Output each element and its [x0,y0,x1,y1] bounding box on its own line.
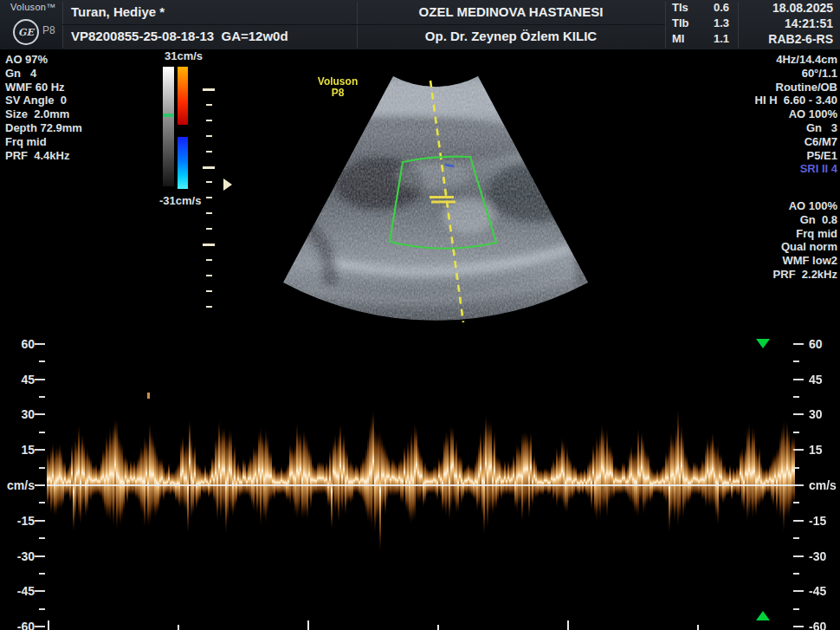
axis-minor-tick [39,360,45,362]
axis-minor-tick [793,573,799,575]
axis-minor-tick [793,396,799,398]
depth-ruler-tick [203,88,215,91]
depth-ruler-tick [206,259,212,261]
image-watermark: Voluson P8 [313,76,362,99]
depth-ruler-tick [206,104,212,106]
axis-tick-label: -60 [0,620,35,630]
axis-tick [793,555,804,557]
axis-tick [35,520,45,522]
axis-minor-tick [39,608,45,610]
depth-ruler-tick [206,212,212,214]
axis-tick-label: -60 [809,620,826,630]
axis-minor-tick [793,537,799,539]
axis-tick [35,590,45,592]
axis-tick [35,484,45,486]
axis-tick-label: 60 [809,337,823,351]
axis-tick [793,484,804,486]
axis-tick [35,379,45,380]
axis-tick [793,449,804,451]
axis-minor-tick [793,608,799,610]
axis-minor-tick [39,573,45,575]
depth-ruler-tick [206,120,212,121]
axis-tick-label: 15 [0,443,35,457]
axis-tick [793,379,804,380]
time-tick [437,625,439,630]
axis-minor-tick [39,502,45,503]
axis-tick-label: -15 [0,514,35,528]
axis-tick [793,413,804,415]
axis-minor-tick [39,537,45,539]
axis-tick [793,590,804,592]
axis-tick [35,449,45,451]
time-tick [307,620,309,630]
spectral-doppler-display[interactable] [47,338,795,630]
axis-tick-label: -30 [809,549,826,563]
time-tick [48,620,49,630]
axis-minor-tick [793,502,799,503]
depth-ruler-tick [203,166,215,169]
axis-tick [35,343,45,345]
axis-tick-label: cm/s [0,478,35,492]
axis-tick-label: cm/s [809,478,837,492]
axis-tick-label: -15 [809,514,826,528]
depth-ruler-tick [203,244,215,246]
depth-ruler-tick [206,181,212,183]
axis-tick-label: 45 [809,373,823,386]
axis-tick-label: 30 [0,407,35,421]
axis-tick [793,626,804,627]
axis-minor-tick [39,467,45,469]
depth-ruler-tick [206,275,212,276]
depth-ruler-tick [206,290,212,292]
axis-tick [35,555,45,557]
axis-minor-tick [793,432,799,433]
depth-ruler-tick [206,197,212,198]
axis-minor-tick [39,432,45,433]
scale-marker-top-icon [756,339,770,348]
time-tick [178,625,179,630]
axis-tick [35,413,45,415]
axis-tick-label: 30 [809,407,823,421]
axis-tick-label: 60 [0,337,35,351]
axis-tick [35,626,45,627]
scale-marker-bottom-icon [756,611,770,620]
time-tick [567,620,569,630]
axis-tick-label: 15 [809,443,823,457]
axis-tick-label: 45 [0,373,35,386]
axis-minor-tick [39,396,45,398]
b-mode-image[interactable] [0,0,840,338]
axis-tick-label: -30 [0,549,35,563]
axis-tick-label: -45 [0,584,35,598]
axis-tick-label: -45 [809,584,826,598]
depth-ruler-tick [206,135,212,137]
axis-tick [793,343,804,345]
depth-ruler-tick [206,151,212,153]
time-tick [697,625,699,630]
depth-ruler-tick [206,228,212,230]
depth-ruler-tick [206,306,212,308]
axis-minor-tick [793,467,799,469]
ultrasound-screen: Voluson™ GE P8 Turan, Hediye * VP8200855… [0,0,840,630]
axis-tick [793,520,804,522]
axis-minor-tick [793,360,799,362]
